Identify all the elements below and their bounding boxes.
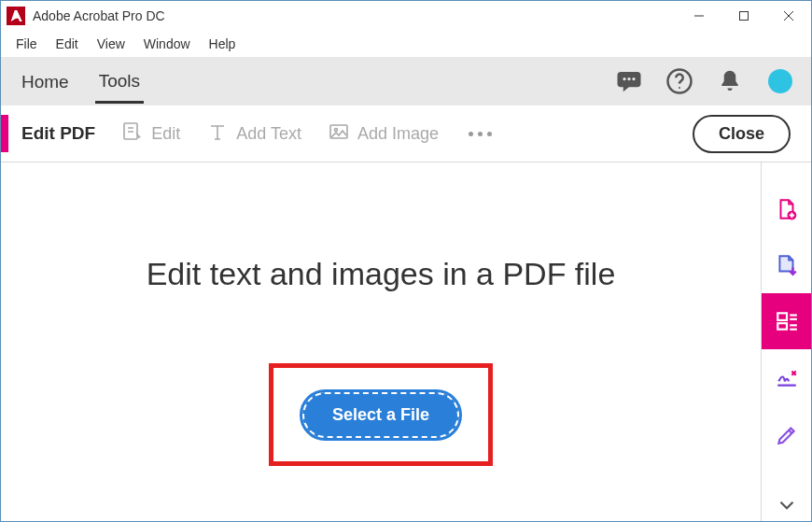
rail-organize-pages[interactable] [762, 293, 812, 349]
edit-toolbar: Edit PDF Edit Add Text Add Image Close [1, 106, 811, 162]
svg-point-7 [627, 78, 630, 80]
menu-bar: File Edit View Window Help [1, 31, 811, 57]
profile-avatar-icon [768, 69, 792, 93]
profile-button[interactable] [766, 67, 794, 95]
svg-point-8 [632, 78, 635, 80]
minimize-button[interactable] [677, 1, 721, 31]
window-controls [677, 1, 811, 31]
menu-edit[interactable]: Edit [47, 35, 88, 53]
svg-rect-15 [777, 313, 787, 320]
notifications-icon[interactable] [716, 67, 744, 95]
maximize-button[interactable] [721, 1, 766, 31]
text-icon [206, 120, 229, 148]
edit-tool-label: Edit [151, 124, 180, 144]
rail-expand-button[interactable] [762, 488, 812, 522]
content-area: Edit text and images in a PDF file Selec… [1, 162, 761, 522]
menu-view[interactable]: View [88, 35, 134, 53]
app-icon [7, 7, 25, 25]
menu-window[interactable]: Window [134, 35, 200, 53]
window-title: Adobe Acrobat Pro DC [33, 8, 677, 23]
rail-edit[interactable] [762, 405, 812, 461]
rail-export-pdf[interactable] [762, 237, 812, 293]
svg-point-6 [623, 78, 625, 80]
add-text-button[interactable]: Add Text [206, 120, 301, 148]
tab-home[interactable]: Home [18, 61, 73, 102]
help-icon[interactable] [665, 67, 693, 95]
main-area: Edit text and images in a PDF file Selec… [1, 162, 811, 522]
close-window-button[interactable] [766, 1, 811, 31]
svg-rect-1 [740, 12, 749, 21]
edit-tool-button[interactable]: Edit [121, 120, 180, 148]
add-image-label: Add Image [357, 124, 439, 144]
svg-rect-16 [777, 323, 787, 330]
menu-help[interactable]: Help [200, 35, 245, 53]
page-headline: Edit text and images in a PDF file [147, 256, 616, 292]
add-image-button[interactable]: Add Image [328, 120, 439, 148]
svg-point-10 [679, 87, 680, 89]
add-text-label: Add Text [236, 124, 301, 144]
rail-create-pdf[interactable] [762, 181, 812, 237]
messages-icon[interactable] [615, 67, 643, 95]
main-tabs: Home Tools [1, 57, 811, 106]
right-tool-rail [761, 162, 811, 522]
close-tool-button[interactable]: Close [693, 115, 791, 153]
toolbar-section-label: Edit PDF [21, 123, 95, 144]
annotation-highlight: Select a File [269, 363, 493, 466]
edit-cursor-icon [121, 120, 144, 148]
tab-tools[interactable]: Tools [95, 60, 144, 104]
svg-point-13 [334, 128, 337, 131]
image-icon [328, 120, 350, 148]
menu-file[interactable]: File [7, 35, 47, 53]
rail-sign[interactable] [762, 349, 812, 405]
more-tools-button[interactable] [469, 132, 492, 136]
title-bar: Adobe Acrobat Pro DC [1, 1, 811, 31]
active-tool-indicator [1, 115, 8, 152]
select-file-button[interactable]: Select a File [302, 392, 459, 438]
